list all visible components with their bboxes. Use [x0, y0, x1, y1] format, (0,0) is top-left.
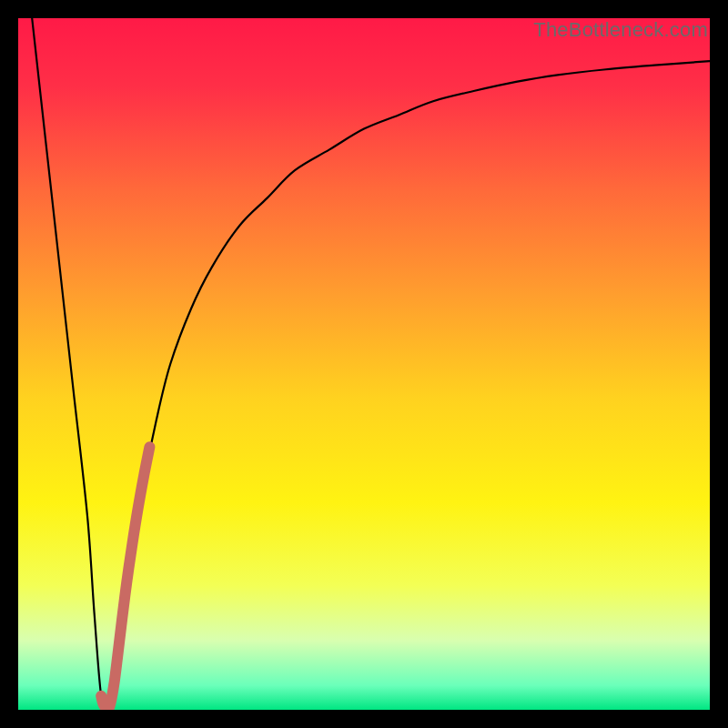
chart-frame: TheBottleneck.com: [18, 18, 710, 710]
watermark-text: TheBottleneck.com: [533, 18, 708, 42]
bottleneck-plot: [18, 18, 710, 710]
